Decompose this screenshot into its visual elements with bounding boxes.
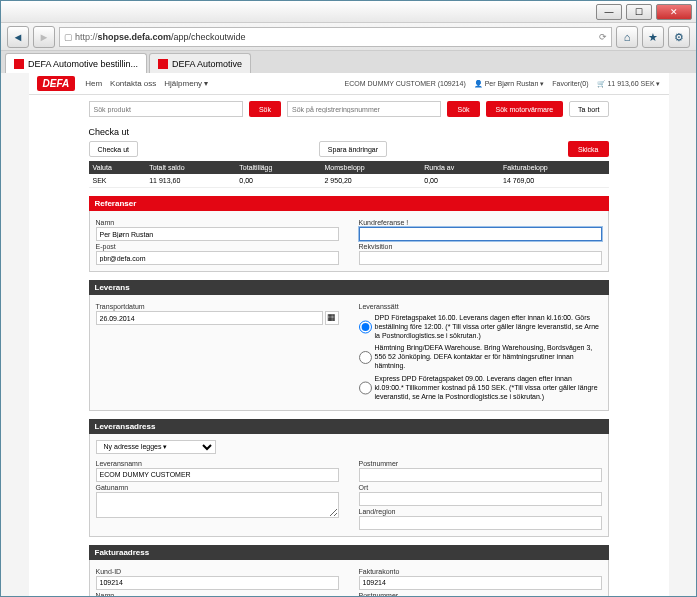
menu-home[interactable]: Hem [85,79,102,88]
email-field[interactable] [96,251,339,265]
site-header: DEFA Hem Kontakta oss Hjälpmeny ▾ ECOM D… [29,73,669,95]
back-button[interactable]: ◄ [7,26,29,48]
delivery-name-field[interactable] [96,468,339,482]
invoice-address-header: Fakturaadress [89,545,609,560]
rekvisition-field[interactable] [359,251,602,265]
browser-window: — ☐ ✕ ◄ ► ▢ http://shopse.defa.com/app/c… [0,0,697,597]
regnr-search-button[interactable]: Sök [447,101,479,117]
favorites-button[interactable]: ★ [642,26,664,48]
menu-help[interactable]: Hjälpmeny ▾ [164,79,208,88]
window-close-button[interactable]: ✕ [656,4,692,20]
address-bar[interactable]: ▢ http://shopse.defa.com/app/checkoutwid… [59,27,612,47]
customer-id-field[interactable] [96,576,339,590]
email-label: E-post [96,243,339,250]
references-header: Referanser [89,196,609,211]
tools-button[interactable]: ⚙ [668,26,690,48]
deliverymode-label: Leveranssätt [359,303,602,310]
user-menu[interactable]: 👤 Per Bjørn Rustan ▾ [474,80,545,88]
motor-search-button[interactable]: Sök motorvärmare [486,101,564,117]
forward-button[interactable]: ► [33,26,55,48]
top-menu: Hem Kontakta oss Hjälpmeny ▾ [85,79,208,88]
menu-contact[interactable]: Kontakta oss [110,79,156,88]
delivery-option-2[interactable] [359,344,372,370]
product-search-button[interactable]: Sök [249,101,281,117]
kundref-field[interactable] [359,227,602,241]
home-button[interactable]: ⌂ [616,26,638,48]
refresh-icon[interactable]: ⟳ [599,32,607,42]
submit-button[interactable]: Skicka [568,141,609,157]
save-changes-button[interactable]: Spara ändringar [319,141,387,157]
delivery-option-1[interactable] [359,314,372,340]
favicon-icon [14,59,24,69]
rekvisition-label: Rekvisition [359,243,602,250]
tab-strip: DEFA Automotive bestillin... DEFA Automo… [1,51,696,73]
street-field[interactable] [96,492,339,518]
search-row: Sök Sök Sök motorvärmare Ta bort [29,95,669,123]
page-title: Checka ut [89,127,609,137]
city-field[interactable] [359,492,602,506]
window-titlebar: — ☐ ✕ [1,1,696,23]
cart-button[interactable]: 🛒 11 913,60 SEK ▾ [597,80,661,88]
calendar-icon[interactable]: ▦ [325,311,338,325]
delivery-address-header: Leveransadress [89,419,609,434]
favicon-icon [158,59,168,69]
customer-label: ECOM DUMMY CUSTOMER (109214) [345,80,466,87]
clear-button[interactable]: Ta bort [569,101,608,117]
regnr-search-input[interactable] [287,101,441,117]
product-search-input[interactable] [89,101,243,117]
delivery-header: Leverans [89,280,609,295]
checkout-button[interactable]: Checka ut [89,141,139,157]
tab-inactive[interactable]: DEFA Automotive [149,53,251,73]
name-field[interactable] [96,227,339,241]
totals-table: Valuta Totalt saldo Totaltillägg Momsbel… [89,161,609,188]
favorites-link[interactable]: Favoriter(0) [552,80,588,87]
country-field[interactable] [359,516,602,530]
browser-toolbar: ◄ ► ▢ http://shopse.defa.com/app/checkou… [1,23,696,51]
transportdate-label: Transportdatum [96,303,339,310]
transportdate-field[interactable] [96,311,324,325]
invoice-account-field[interactable] [359,576,602,590]
delivery-option-3[interactable] [359,375,372,401]
address-select[interactable]: Ny adresse legges ▾ [96,440,216,454]
page-viewport: DEFA Hem Kontakta oss Hjälpmeny ▾ ECOM D… [1,73,696,597]
globe-icon: ▢ [64,32,73,42]
table-row: SEK11 913,600,00 2 950,200,0014 769,00 [89,174,609,188]
postcode-field[interactable] [359,468,602,482]
window-maximize-button[interactable]: ☐ [626,4,652,20]
page-content: DEFA Hem Kontakta oss Hjälpmeny ▾ ECOM D… [29,73,669,597]
tab-active[interactable]: DEFA Automotive bestillin... [5,53,147,73]
window-minimize-button[interactable]: — [596,4,622,20]
kundref-label: Kundreferanse ! [359,219,602,226]
logo[interactable]: DEFA [37,76,76,91]
name-label: Namn [96,219,339,226]
